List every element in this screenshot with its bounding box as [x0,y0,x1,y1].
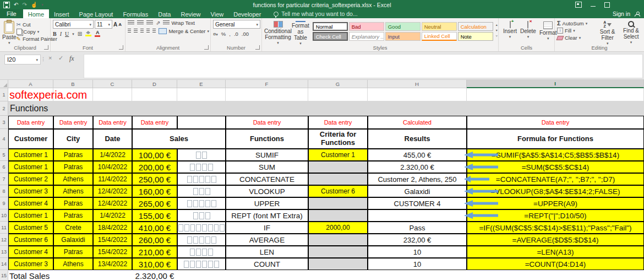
fill-color-icon[interactable] [85,31,91,36]
touch-mode-icon[interactable]: ☝ [31,2,37,8]
cell-H9[interactable]: CUSTOMER 4 [368,197,467,209]
cell-E3[interactable] [177,116,226,129]
cell-D13[interactable]: 210,00 € [132,246,177,258]
increase-font-size-icon[interactable]: A [113,21,117,28]
cancel-icon[interactable]: × [48,55,52,61]
cell-D15-total-value[interactable]: 2.320,00 € [132,270,177,280]
cell-I7[interactable]: =CONCATENATE(A7;", ";B7;", ";D7) [467,173,644,185]
percent-style-icon[interactable]: % [221,31,226,37]
select-all-corner[interactable] [0,80,8,88]
cell-style-input[interactable]: Input [385,32,421,41]
row-header-6[interactable]: 6 [0,161,8,173]
paste-button[interactable]: Paste ▾ [2,20,17,45]
cell-I3[interactable]: Data entry [467,116,644,129]
cell-D10[interactable]: 155,00 € [132,209,177,222]
cell-B7[interactable]: Athens [53,173,93,185]
cell-F3[interactable]: Data entry [226,116,308,129]
column-header-D[interactable]: D [132,80,177,88]
row-header-7[interactable]: 7 [0,173,8,185]
tab-formulas[interactable]: Formulas [118,9,153,18]
insert-function-icon[interactable]: fx [69,55,74,63]
cell-D14[interactable]: 310,00 € [132,258,177,270]
cell-G7[interactable] [308,173,368,185]
font-color-icon[interactable]: A [95,30,100,37]
cell-D9[interactable]: 265,00 € [132,197,177,209]
cell-B11[interactable]: Crete [53,222,93,234]
tab-page-layout[interactable]: Page Layout [74,9,118,18]
cell-style-neutral[interactable]: Neutral [422,22,457,31]
column-header-C[interactable]: C [93,80,132,88]
cell-C6[interactable]: 10/4/2022 [93,161,132,173]
cell-style-linkedcell[interactable]: Linked Cell [422,32,457,41]
cell-I12[interactable]: =AVERAGE($D$5:$D$14) [467,234,644,246]
formula-input[interactable] [84,54,643,78]
increase-decimal-icon[interactable]: .0 [234,31,238,37]
decrease-decimal-icon[interactable]: .00 [242,31,249,37]
cell-E10[interactable] [177,209,226,222]
format-cells-button[interactable]: Format ▾ [539,20,557,45]
cell-E5[interactable] [177,149,226,161]
cell-E9[interactable] [177,197,226,209]
row-header-2[interactable]: 2 [0,101,8,116]
account-person-icon[interactable] [635,12,640,17]
sort-filter-button[interactable]: Sort & Filter ▾ [596,20,619,45]
cell-F11[interactable]: IF [226,222,308,234]
cell-C7[interactable]: 11/4/2022 [93,173,132,185]
cell-I14[interactable]: =COUNT(D4:D14) [467,258,644,270]
row-header-5[interactable]: 5 [0,149,8,161]
row-header-10[interactable]: 10 [0,209,8,222]
cell-G6[interactable] [308,161,368,173]
cell-G10[interactable] [308,209,368,222]
customize-qat-icon[interactable]: ▾ [41,2,43,8]
cell-G5[interactable]: Customer 1 [308,149,368,161]
cell-G12[interactable] [308,234,368,246]
cell-E8[interactable] [177,185,226,197]
cell-D4-sales-merged[interactable]: Sales [132,129,226,149]
top-align-icon[interactable] [128,20,134,25]
cell-D3[interactable]: Data entry [132,116,177,129]
align-left-icon[interactable] [128,29,131,34]
cell-style-bad[interactable]: Bad [349,22,384,31]
cell-A6[interactable]: Customer 1 [8,161,53,173]
number-dialog-launcher-icon[interactable] [255,45,260,50]
tab-developer[interactable]: Developer [228,9,266,18]
cell-G11[interactable]: 2000,00 [308,222,368,234]
cell-F12[interactable]: AVERAGE [226,234,308,246]
cell-A10[interactable]: Customer 1 [8,209,53,222]
decrease-font-size-icon[interactable]: A [118,22,122,27]
cell-B9[interactable]: Patras [53,197,93,209]
cell-C12[interactable]: 15/4/2022 [93,234,132,246]
cell-H5[interactable]: 455,00 € [368,149,467,161]
tab-view[interactable]: View [206,9,229,18]
accounting-format-icon[interactable]: ¤▾ [213,31,218,37]
tell-me-box[interactable]: Tell me what you want to do... [266,9,357,18]
cell-I13[interactable]: =LEN(A13) [467,246,644,258]
align-center-icon[interactable] [134,29,137,34]
cell-F6[interactable]: SUM [226,161,308,173]
minimize-icon[interactable] [591,6,596,7]
redo-icon[interactable]: ↷ [22,2,26,8]
cell-H4[interactable]: Results [368,129,467,149]
bold-button[interactable]: B [53,31,57,37]
cell-F8[interactable]: VLOOKUP [226,185,308,197]
cell-D8[interactable]: 160,00 € [132,185,177,197]
maximize-icon[interactable] [604,2,610,8]
cell-B3[interactable]: Data entry [53,116,93,129]
cell-C3[interactable]: Data entry [93,116,132,129]
cell-D1[interactable] [132,88,177,101]
row-header-4[interactable]: 4 [0,129,8,149]
column-header-H[interactable]: H [368,80,467,88]
cell-H11[interactable]: Pass [368,222,467,234]
format-as-table-button[interactable]: Format as Table ▾ [292,20,309,45]
cell-style-checkcell[interactable]: Check Cell [313,32,348,41]
cell-B1[interactable] [53,88,93,101]
cell-C13[interactable]: 15/4/2022 [93,246,132,258]
decrease-indent-icon[interactable] [146,29,150,34]
cell-E12[interactable] [177,234,226,246]
conditional-formatting-button[interactable]: Conditional Formatting ▾ [264,20,292,45]
cell-B6[interactable]: Patras [53,161,93,173]
ribbon-display-options-icon[interactable] [575,2,582,8]
tab-data[interactable]: Data [153,9,176,18]
cell-B14[interactable]: Athens [53,258,93,270]
cell-E11[interactable] [177,222,226,234]
